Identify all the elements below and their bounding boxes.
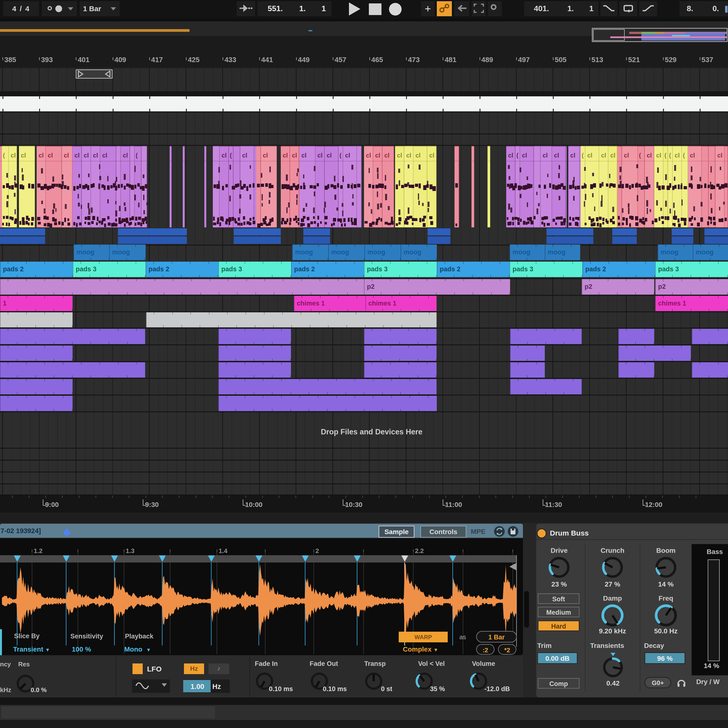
svg-text:cl: cl [345, 152, 350, 159]
svg-text:cl: cl [543, 152, 548, 159]
svg-text:cl: cl [366, 152, 371, 159]
svg-text:cl: cl [375, 152, 380, 159]
svg-text:cl: cl [123, 152, 128, 159]
svg-text:cl: cl [647, 152, 652, 159]
svg-text:cl: cl [384, 152, 390, 159]
svg-text:cl: cl [11, 152, 16, 159]
svg-text:cl: cl [75, 152, 80, 159]
svg-text:(: ( [3, 152, 5, 159]
svg-text:(: ( [230, 152, 232, 159]
svg-text:cl: cl [48, 152, 53, 159]
svg-text:cl: cl [610, 152, 615, 159]
svg-text:(: ( [582, 152, 584, 159]
svg-text:cl: cl [84, 152, 89, 159]
svg-text:cl: cl [242, 152, 247, 159]
svg-text:cl: cl [416, 152, 421, 159]
svg-text:(: ( [669, 152, 671, 159]
svg-text:cl: cl [690, 152, 695, 159]
svg-text:cl: cl [406, 152, 411, 159]
svg-text:cl: cl [656, 152, 661, 159]
svg-text:(: ( [516, 152, 518, 159]
svg-text:cl: cl [263, 152, 268, 159]
svg-text:cl: cl [397, 152, 402, 159]
svg-text:cl: cl [601, 152, 606, 159]
svg-text:cl: cl [717, 152, 722, 159]
svg-text:cl: cl [301, 152, 306, 159]
svg-text:cl: cl [283, 152, 288, 159]
svg-text:cl: cl [327, 152, 332, 159]
svg-text:cl: cl [587, 152, 592, 159]
svg-text:cl: cl [21, 152, 26, 159]
svg-text:cl: cl [508, 152, 513, 159]
svg-text:cl: cl [624, 152, 629, 159]
svg-text:(: ( [136, 152, 138, 159]
svg-text:cl: cl [222, 152, 226, 159]
svg-text:cl: cl [292, 152, 297, 159]
svg-text:(: ( [340, 152, 342, 159]
svg-text:(: ( [664, 152, 667, 159]
svg-text:(: ( [639, 152, 641, 159]
svg-text:cl: cl [570, 152, 575, 159]
svg-text:cl: cl [317, 152, 323, 159]
svg-text:cl: cl [64, 152, 69, 159]
svg-text:cl: cl [429, 152, 434, 159]
svg-text:cl: cl [102, 152, 107, 159]
svg-text:cl: cl [38, 152, 44, 159]
svg-text:(: ( [683, 152, 685, 159]
svg-text:cl: cl [554, 152, 559, 159]
svg-text:cl: cl [93, 152, 98, 159]
svg-text:cl: cl [522, 152, 527, 159]
svg-text:cl: cl [674, 152, 680, 159]
